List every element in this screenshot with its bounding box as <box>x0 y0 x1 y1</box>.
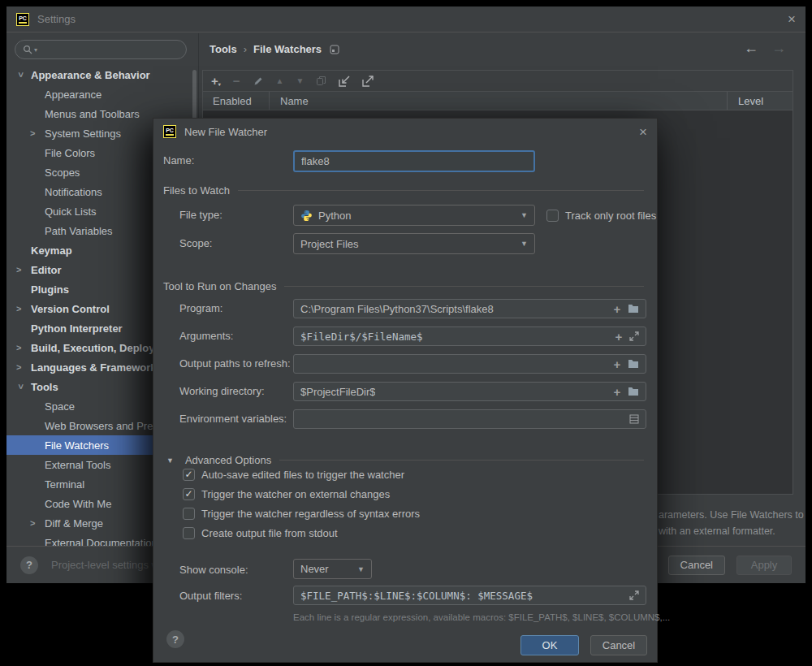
sidebar-item-appearance[interactable]: Appearance <box>6 84 198 104</box>
filters-hint: Each line is a regular expression, avail… <box>293 612 670 622</box>
ok-button[interactable]: OK <box>520 635 579 655</box>
dialog-help-icon[interactable]: ? <box>166 630 184 648</box>
environment-variables-label: Environment variables: <box>179 413 287 426</box>
description-line-1: arameters. Use File Watchers to <box>659 507 805 523</box>
section-title: Files to Watch <box>163 184 230 197</box>
edit-variables-icon[interactable] <box>629 414 639 424</box>
name-value: flake8 <box>301 155 330 167</box>
name-label: Name: <box>163 154 194 167</box>
checkbox-trigger-the-watcher-regardless-of-syntax-errors[interactable]: Trigger the watcher regardless of syntax… <box>183 504 420 523</box>
environment-variables-input[interactable] <box>293 409 646 429</box>
name-input[interactable]: flake8 <box>293 150 535 172</box>
browse-folder-icon[interactable] <box>628 359 639 369</box>
edit-pencil-icon[interactable] <box>253 76 264 87</box>
program-value: C:\Program Files\Python37\Scripts\flake8 <box>300 303 494 315</box>
insert-macro-icon[interactable]: + <box>613 358 620 370</box>
settings-titlebar: PC Settings × <box>6 6 806 32</box>
sidebar-item-label: System Settings <box>45 128 121 140</box>
file-type-value: Python <box>318 210 351 222</box>
arguments-input[interactable]: $FileDir$/$FileName$ + <box>293 327 646 346</box>
settings-cancel-button[interactable]: Cancel <box>668 556 725 575</box>
copy-icon[interactable] <box>316 76 326 86</box>
checkbox-auto-save-edited-files-to-trigger-the-watcher[interactable]: ✓Auto-save edited files to trigger the w… <box>183 465 420 484</box>
jump-to-source-icon[interactable] <box>330 45 339 54</box>
section-divider <box>238 190 644 191</box>
checkbox-box[interactable]: ✓ <box>183 488 195 500</box>
move-up-icon[interactable]: ▲ <box>276 77 284 85</box>
insert-macro-icon[interactable]: + <box>613 303 620 315</box>
checkbox-label: Create output file from stdout <box>201 527 338 539</box>
output-filters-input[interactable]: $FILE_PATH$:$LINE$:$COLUMN$: $MESSAGE$ <box>293 586 646 605</box>
breadcrumb-file-watchers[interactable]: File Watchers <box>253 43 322 55</box>
python-icon <box>300 210 313 222</box>
close-icon[interactable]: × <box>788 12 796 26</box>
sidebar-item-label: Code With Me <box>45 498 111 510</box>
chevron-collapsed-icon[interactable]: > <box>16 265 31 275</box>
chevron-expanded-icon[interactable]: ▼ <box>166 456 174 465</box>
search-options-caret-icon[interactable]: ▾ <box>34 46 37 54</box>
section-divider <box>279 460 644 461</box>
checkbox-box[interactable] <box>546 210 559 222</box>
sidebar-item-label: File Watchers <box>45 439 109 452</box>
sidebar-item-label: Version Control <box>31 303 110 315</box>
dialog-titlebar: PC New File Watcher × <box>153 119 657 145</box>
browse-folder-icon[interactable] <box>628 304 639 314</box>
checkbox-label: Track only root files <box>565 210 656 222</box>
expand-icon[interactable] <box>629 590 639 600</box>
back-icon[interactable]: ← <box>744 40 758 57</box>
chevron-down-icon[interactable]: ▼ <box>520 211 528 219</box>
chevron-down-icon[interactable]: ▼ <box>520 240 528 248</box>
chevron-collapsed-icon[interactable]: > <box>16 304 31 314</box>
chevron-collapsed-icon[interactable]: > <box>16 362 31 372</box>
working-directory-input[interactable]: $ProjectFileDir$ + <box>293 382 646 401</box>
remove-icon[interactable]: − <box>233 75 240 87</box>
checkbox-trigger-the-watcher-on-external-changes[interactable]: ✓Trigger the watcher on external changes <box>183 484 420 504</box>
help-icon[interactable]: ? <box>20 556 38 574</box>
checkbox-box[interactable] <box>183 527 195 539</box>
sidebar-item-label: Terminal <box>45 478 84 491</box>
move-down-icon[interactable]: ▼ <box>296 77 304 85</box>
checkbox-box[interactable]: ✓ <box>183 469 195 481</box>
search-input[interactable]: ▾ <box>15 40 187 59</box>
expand-icon[interactable] <box>629 331 639 341</box>
dialog-cancel-button[interactable]: Cancel <box>590 635 647 655</box>
sidebar-item-label: Tools <box>31 381 58 393</box>
column-header-level[interactable]: Level <box>728 92 793 110</box>
watchers-toolbar: +▾ − ▲ ▼ <box>203 71 793 92</box>
chevron-collapsed-icon[interactable]: > <box>30 518 45 528</box>
checkbox-box[interactable] <box>183 508 195 520</box>
sidebar-item-label: Python Interpreter <box>31 322 123 335</box>
file-type-select[interactable]: Python ▼ <box>293 205 535 226</box>
show-console-select[interactable]: Never ▼ <box>293 559 372 579</box>
program-label: Program: <box>179 302 222 315</box>
scope-value: Project Files <box>300 238 359 250</box>
browse-folder-icon[interactable] <box>628 387 639 396</box>
breadcrumb-tools[interactable]: Tools <box>209 43 237 55</box>
export-icon[interactable] <box>362 76 374 87</box>
chevron-collapsed-icon[interactable]: > <box>30 128 45 138</box>
checkbox-create-output-file-from-stdout[interactable]: Create output file from stdout <box>183 523 420 543</box>
chevron-expanded-icon[interactable]: > <box>16 69 26 80</box>
insert-macro-icon[interactable]: + <box>613 386 620 398</box>
import-icon[interactable] <box>339 76 350 87</box>
chevron-expanded-icon[interactable]: > <box>16 381 26 392</box>
show-console-label: Show console: <box>179 564 248 577</box>
chevron-down-icon[interactable]: ▼ <box>357 565 365 573</box>
chevron-collapsed-icon[interactable]: > <box>16 343 31 352</box>
pycharm-logo-icon: PC <box>16 13 29 26</box>
scope-select[interactable]: Project Files ▼ <box>293 233 535 254</box>
track-only-root-files-checkbox[interactable]: Track only root files <box>546 205 656 225</box>
output-paths-input[interactable]: + <box>293 354 646 374</box>
sidebar-item-label: Path Variables <box>45 225 113 237</box>
insert-macro-icon[interactable]: + <box>615 331 622 343</box>
sidebar-item-label: Appearance <box>45 89 102 101</box>
sidebar-item-appearance-behavior[interactable]: >Appearance & Behavior <box>6 65 198 84</box>
add-icon[interactable]: +▾ <box>211 75 221 87</box>
history-nav: ← → <box>744 40 786 57</box>
desktop: PC Settings × ▾ >Appearance & BehaviorAp… <box>0 0 812 666</box>
column-header-enabled[interactable]: Enabled <box>203 92 270 110</box>
sidebar-item-label: External Documentation <box>45 537 158 547</box>
program-input[interactable]: C:\Program Files\Python37\Scripts\flake8… <box>293 299 646 318</box>
column-header-name[interactable]: Name <box>270 92 728 110</box>
dialog-close-icon[interactable]: × <box>639 125 647 139</box>
